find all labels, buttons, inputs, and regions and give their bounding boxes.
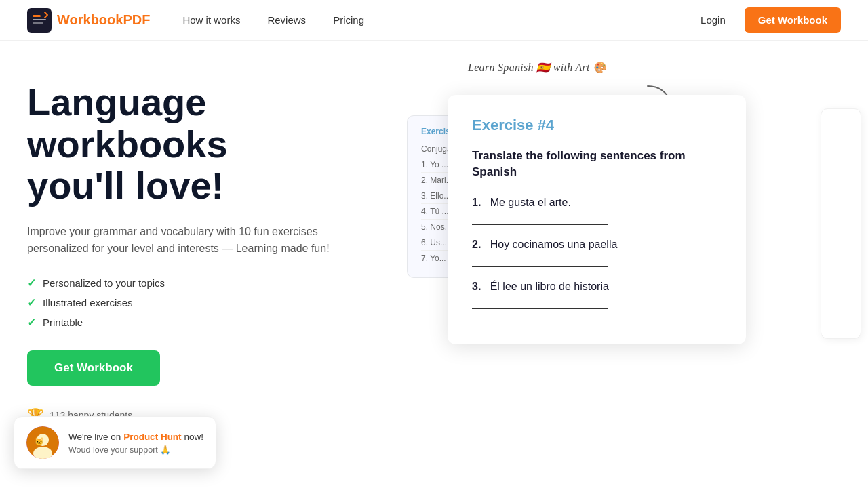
product-hunt-link[interactable]: Product Hunt	[123, 432, 182, 442]
answer-line-3	[472, 297, 608, 309]
nav-right: Login Get Workbook	[692, 7, 841, 33]
feature-item-2: ✓ Illustrated exercises	[27, 296, 407, 309]
hero-left: Language workbooks you'll love! Improve …	[27, 81, 407, 424]
svg-rect-2	[33, 19, 46, 20]
toast-content: We're live on Product Hunt now! Woud lov…	[68, 430, 203, 454]
check-icon-2: ✓	[27, 296, 36, 309]
nav-link-pricing[interactable]: Pricing	[333, 14, 364, 26]
feature-item-1: ✓ Personalized to your topics	[27, 277, 407, 289]
toast-avatar: 🐱	[26, 426, 59, 459]
check-icon-3: ✓	[27, 316, 36, 329]
svg-rect-1	[33, 15, 41, 17]
exercise-instruction: Translate the following sentences from S…	[472, 148, 722, 180]
exercise-item-2: 2. Hoy cocinamos una paella	[472, 239, 722, 267]
features-list: ✓ Personalized to your topics ✓ Illustra…	[27, 277, 407, 329]
hero-title: Language workbooks you'll love!	[27, 81, 407, 207]
feature-item-3: ✓ Printable	[27, 316, 407, 329]
svg-text:🐱: 🐱	[35, 436, 44, 446]
workbook-card: Exercise #4 Translate the following sent…	[448, 95, 746, 344]
logo-icon	[27, 8, 52, 33]
product-hunt-toast: 🐱 We're live on Product Hunt now! Woud l…	[14, 416, 216, 469]
hero-section: Language workbooks you'll love! Improve …	[0, 41, 868, 424]
svg-rect-3	[33, 22, 43, 24]
login-button[interactable]: Login	[692, 9, 734, 31]
hero-right: Learn Spanish 🇪🇸 with Art 🎨 Exercise Con…	[448, 81, 841, 424]
exercise-item-1: 1. Me gusta el arte.	[472, 197, 722, 225]
hero-get-workbook-button[interactable]: Get Workbook	[27, 350, 160, 386]
avatar-image: 🐱	[26, 426, 59, 459]
exercise-item-3: 3. Él lee un libro de historia	[472, 281, 722, 309]
nav-get-workbook-button[interactable]: Get Workbook	[745, 7, 841, 33]
logo-text: WorkbookPDF	[57, 12, 150, 28]
answer-line-2	[472, 255, 608, 267]
hero-subtitle: Improve your grammar and vocabulary with…	[27, 223, 353, 258]
exercise-title: Exercise #4	[472, 117, 722, 134]
side-decorative-card	[821, 108, 861, 339]
nav-links: How it works Reviews Pricing	[182, 14, 692, 26]
logo[interactable]: WorkbookPDF	[27, 8, 150, 33]
check-icon-1: ✓	[27, 277, 36, 289]
navbar: WorkbookPDF How it works Reviews Pricing…	[0, 0, 868, 41]
toast-main-text: We're live on Product Hunt now!	[68, 430, 203, 444]
nav-link-reviews[interactable]: Reviews	[267, 14, 306, 26]
toast-sub-text: Woud love your support 🙏	[68, 445, 203, 455]
learn-label: Learn Spanish 🇪🇸 with Art 🎨	[468, 61, 606, 74]
nav-link-how-it-works[interactable]: How it works	[182, 14, 240, 26]
answer-line-1	[472, 213, 608, 225]
